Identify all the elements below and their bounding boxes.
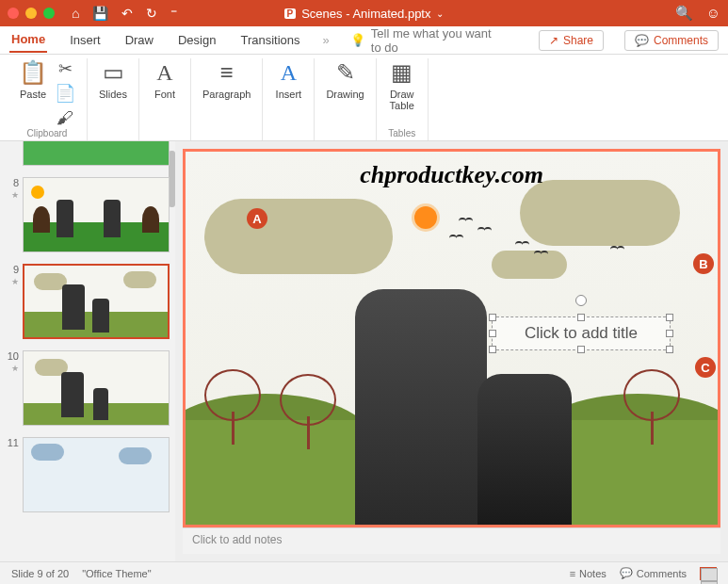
slides-button[interactable]: ▭ Slides	[99, 58, 127, 100]
resize-handle[interactable]	[666, 346, 673, 353]
paragraph-button[interactable]: ≡ Paragraph	[202, 58, 251, 100]
animation-star-icon: ★	[11, 277, 19, 286]
scrollbar-thumb[interactable]	[169, 151, 175, 207]
rotate-handle[interactable]	[575, 295, 587, 306]
tab-transitions[interactable]: Transitions	[238, 28, 301, 52]
bird-shape[interactable]	[459, 218, 474, 223]
table-icon: ▦	[388, 58, 416, 87]
maximize-window-button[interactable]	[43, 8, 55, 19]
tab-draw[interactable]: Draw	[123, 28, 155, 52]
bird-shape[interactable]	[515, 241, 530, 247]
title-placeholder[interactable]: Click to add title	[492, 316, 671, 350]
tree-shape[interactable]	[204, 369, 261, 445]
drawing-button[interactable]: ✎ Drawing	[326, 58, 364, 100]
resize-handle[interactable]	[489, 330, 496, 337]
undo-icon[interactable]: ↶	[121, 6, 133, 21]
bird-shape[interactable]	[449, 235, 464, 240]
animation-star-icon: ★	[11, 364, 19, 373]
main-area: 8★ 9★ 10★	[0, 141, 728, 561]
tell-me-search[interactable]: 💡 Tell me what you want to do	[350, 26, 497, 55]
bird-shape[interactable]	[610, 246, 633, 251]
resize-handle[interactable]	[666, 314, 673, 321]
drawing-icon: ✎	[332, 58, 360, 87]
tabs-overflow-icon[interactable]: »	[323, 33, 330, 47]
minimize-window-button[interactable]	[25, 8, 37, 19]
tab-home[interactable]: Home	[9, 27, 47, 53]
animation-star-icon: ★	[11, 190, 19, 200]
tell-me-placeholder: Tell me what you want to do	[371, 26, 497, 55]
insert-button[interactable]: A Insert	[274, 58, 302, 100]
bird-shape[interactable]	[477, 227, 493, 233]
ribbon: 📋 Paste ✂ 📄 🖌 Clipboard ▭ Slides A Font	[0, 55, 728, 141]
callout-marker-c: C	[695, 357, 716, 378]
window-controls	[8, 8, 55, 19]
callout-marker-a: A	[247, 208, 267, 229]
resize-handle[interactable]	[666, 330, 673, 337]
share-icon: ↗	[549, 34, 558, 47]
copy-icon[interactable]: 📄	[55, 83, 75, 104]
person-image[interactable]	[477, 374, 572, 525]
group-font: A Font	[139, 58, 191, 140]
thumbnail-pane[interactable]: 8★ 9★ 10★	[0, 141, 175, 561]
font-button[interactable]: A Font	[151, 58, 179, 100]
cloud-shape[interactable]	[520, 180, 680, 246]
cloud-shape[interactable]	[204, 199, 393, 274]
smiley-icon[interactable]: ☺	[706, 5, 720, 22]
sorter-view-button[interactable]	[701, 568, 718, 581]
resize-handle[interactable]	[489, 346, 496, 353]
normal-view-button[interactable]: − + 68% ⛶	[700, 567, 717, 580]
status-bar: Slide 9 of 20 "Office Theme" ≡ Notes 💬 C…	[0, 561, 728, 584]
group-insert: A Insert	[263, 58, 315, 140]
tab-insert[interactable]: Insert	[68, 28, 103, 52]
lightbulb-icon: 💡	[350, 33, 365, 47]
document-title: Scenes - Animated.pptx	[301, 7, 430, 21]
home-icon[interactable]: ⌂	[72, 6, 79, 21]
theme-name: "Office Theme"	[82, 568, 151, 579]
new-slide-icon: ▭	[99, 58, 127, 87]
group-paragraph: ≡ Paragraph	[191, 58, 263, 140]
thumbnail-10[interactable]: 10★	[0, 349, 175, 428]
comments-button[interactable]: 💬 Comments	[624, 30, 719, 51]
comment-icon: 💬	[635, 34, 649, 47]
resize-handle[interactable]	[577, 346, 585, 353]
comments-toggle[interactable]: 💬 Comments	[620, 567, 687, 579]
paste-button[interactable]: 📋 Paste	[19, 58, 47, 100]
save-icon[interactable]: 💾	[92, 6, 108, 21]
reading-view-button[interactable]	[701, 581, 718, 585]
watermark-text: chproductkey.com	[360, 161, 543, 189]
share-button[interactable]: ↗ Share	[539, 30, 604, 51]
group-label-clipboard: Clipboard	[27, 128, 68, 140]
sun-shape[interactable]	[414, 206, 437, 229]
draw-table-button[interactable]: ▦ Draw Table	[388, 58, 416, 111]
notes-pane[interactable]: Click to add notes	[183, 527, 720, 554]
redo-icon[interactable]: ↻	[146, 6, 157, 21]
powerpoint-icon: P	[284, 8, 297, 19]
insert-icon: A	[274, 58, 302, 87]
group-tables: ▦ Draw Table Tables	[377, 58, 429, 140]
titlebar: ⌂ 💾 ↶ ↻ ⁼ P Scenes - Animated.pptx ⌄ 🔍 ☺	[0, 0, 728, 26]
slide-canvas[interactable]: chproductkey.com Click to add title A	[183, 149, 720, 527]
resize-handle[interactable]	[577, 314, 585, 321]
more-icon[interactable]: ⁼	[170, 6, 177, 21]
notes-toggle[interactable]: ≡ Notes	[570, 568, 607, 579]
thumbnail-9[interactable]: 9★	[0, 262, 175, 341]
tree-shape[interactable]	[280, 374, 336, 449]
thumbnail-8[interactable]: 8★	[0, 175, 175, 254]
thumbnail-11[interactable]: 11	[0, 435, 175, 514]
thumbnail-partial[interactable]	[0, 141, 175, 168]
bird-shape[interactable]	[534, 251, 549, 256]
cut-icon[interactable]: ✂	[55, 58, 75, 79]
close-window-button[interactable]	[8, 8, 19, 19]
cloud-shape[interactable]	[492, 251, 567, 279]
search-icon[interactable]: 🔍	[675, 5, 693, 22]
group-clipboard: 📋 Paste ✂ 📄 🖌 Clipboard	[8, 58, 88, 140]
tree-shape[interactable]	[623, 369, 680, 445]
group-slides: ▭ Slides	[88, 58, 139, 140]
paste-icon: 📋	[19, 58, 47, 87]
chevron-down-icon[interactable]: ⌄	[436, 8, 444, 19]
tab-design[interactable]: Design	[176, 28, 218, 52]
format-painter-icon[interactable]: 🖌	[55, 107, 75, 128]
resize-handle[interactable]	[489, 314, 496, 321]
person-image[interactable]	[355, 289, 487, 525]
group-drawing: ✎ Drawing	[315, 58, 376, 140]
